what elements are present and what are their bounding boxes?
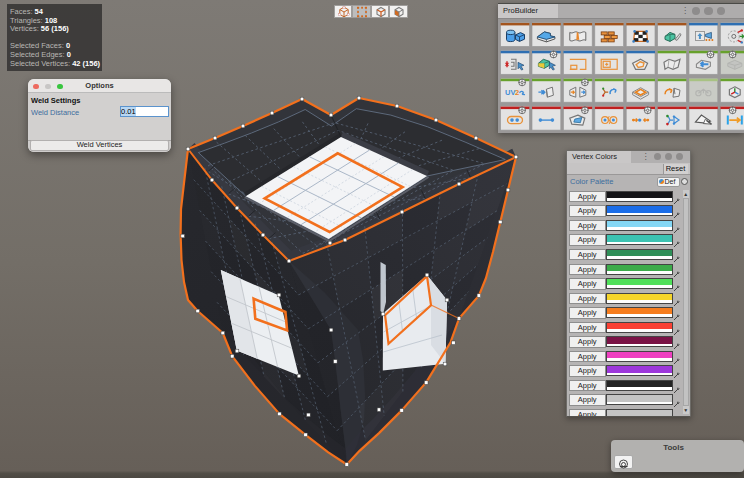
svg-text:2: 2	[515, 88, 519, 97]
svg-text:UV: UV	[505, 88, 515, 97]
